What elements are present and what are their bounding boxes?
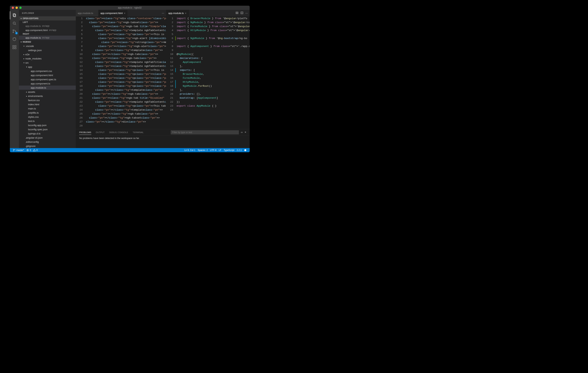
tree-file[interactable]: polyfills.ts [19,111,76,115]
code-line[interactable] [176,40,250,44]
code-line[interactable]: class="pn"><class="tg">ngb-tabsetclass="… [85,21,166,24]
panel-filter-input[interactable] [171,130,239,135]
compare-icon[interactable] [235,11,239,15]
code-line[interactable]: class="pn"><class="tg">div class="contai… [85,16,166,21]
explorer-icon[interactable] [10,11,19,19]
code-line[interactable]: class="pn"><class="tg">ngb-tab title="Si… [85,24,166,28]
code-line[interactable]: import { HttpModule } from class="st">'@… [176,28,250,32]
status-encoding[interactable]: UTF-8 [209,149,218,152]
code-line[interactable]: }) [176,100,250,104]
code-line[interactable]: import { BrowserModule } from '@angular/… [176,16,250,21]
code-line[interactable]: class="pn"><class="tg">template ngbTabTi… [85,60,166,64]
tree-file[interactable]: app.module.ts [19,86,76,90]
code-line[interactable]: class="pn"></class="tg">ngb-tabclass="pn… [85,112,166,116]
debug-icon[interactable] [10,35,19,43]
code-line[interactable]: class="pn"></class="tg">templateclass="p… [85,48,166,52]
close-icon[interactable]: × [124,12,126,15]
tree-folder[interactable]: ▾.vscode [19,44,76,48]
code-line[interactable]: class="pn"><class="tg">template ngbTabCo… [85,28,166,32]
tree-file[interactable]: tsconfig.spec.json [19,127,76,131]
tree-file[interactable]: index.html [19,102,76,106]
code-line[interactable]: class="pn"></class="tg">ngb-tabclass="pn… [85,52,166,56]
tree-file[interactable]: app.component.html [19,73,76,77]
tree-file[interactable]: tsconfig.app.json [19,123,76,127]
tree-file[interactable]: app.component.spec.ts [19,77,76,82]
code-line[interactable]: class="pn"><class="tg">pclass="pn">>clas… [85,84,166,88]
tree-file[interactable]: main.ts [19,106,76,111]
tree-folder[interactable]: ▾app [19,65,76,69]
panel-tab-problems[interactable]: PROBLEMS [79,131,91,135]
split-icon[interactable] [240,11,243,15]
code-line[interactable]: class="pn"></class="tg">divclass="pn">> [85,120,166,124]
editor-tab[interactable]: app.module.ts× [166,10,189,16]
status-branch[interactable]: master* [12,149,25,152]
code-line[interactable]: import { AppComponent } from class="st">… [176,44,250,48]
code-line[interactable]: class="pn"><class="tg">ngb-tabclass="pn"… [85,56,166,60]
code-line[interactable] [176,108,250,112]
tree-file[interactable]: app.component.css [19,69,76,73]
panel-tab-output[interactable]: OUTPUT [96,131,105,134]
code-line[interactable]: ], [176,64,250,68]
code-line[interactable]: class="pn"><class="tg">strongclass="pn">… [85,40,166,44]
close-icon[interactable]: ✕ [245,131,246,134]
tree-file[interactable]: typings.d.ts [19,131,76,135]
collapse-icon[interactable]: ▭ [241,131,243,134]
tree-file[interactable]: test.ts [19,119,76,123]
code-line[interactable]: providers: [], [176,92,250,96]
open-editor-item[interactable]: app.module.tssrc/app [19,24,76,28]
code-line[interactable] [176,32,250,36]
code-line[interactable]: AppComponent [176,60,250,64]
open-editor-item[interactable]: app.component.htmlsrc/app [19,28,76,32]
code-line[interactable]: ], [176,88,250,92]
code-line[interactable]: bootstrap: [AppComponent] [176,96,250,100]
maximize-icon[interactable] [19,7,21,9]
code-line[interactable]: HttpModule, [176,80,250,84]
tree-file[interactable]: favicon.ico [19,98,76,102]
status-errors[interactable]: 0 0 [25,149,39,152]
code-line[interactable]: class="pn"><class="tg">pclass="pn">>clas… [85,72,166,76]
status-language[interactable]: TypeScript [223,149,236,152]
tree-folder[interactable]: ▸assets [19,90,76,94]
code-line[interactable]: class="pn"><class="tg">pclass="pn">>clas… [85,76,166,80]
editor-tab[interactable]: app.module.ts [76,10,98,16]
code-line[interactable]: class="pn"></class="tg">templateclass="p… [85,88,166,92]
status-eol[interactable]: LF [218,149,223,152]
code-line[interactable]: BrowserModule, [176,72,250,76]
code-line[interactable]: imports: [ [176,68,250,72]
editor-tab[interactable]: app.component.html× [98,10,127,16]
code-line[interactable]: class="pn"></class="tg">ngb-tabclass="pn… [85,92,166,96]
code-line[interactable]: export class AppModule { } [176,104,250,108]
tree-folder[interactable]: ▸node_modules [19,56,76,61]
git-icon[interactable]: 5 [10,27,19,35]
open-editor-item[interactable]: app.module.tssrc/app [19,36,76,40]
code-line[interactable]: class="pn"><class="tg">pclass="pn">>This… [85,68,166,72]
open-editors-header[interactable]: ▾ OPEN EDITORS [19,16,76,21]
tree-file[interactable]: .gitignore [19,144,76,148]
code-line[interactable]: class="pn"></class="tg">ngb-alertclass="… [85,44,166,48]
more-icon[interactable]: ⋯ [162,12,164,15]
code-line[interactable] [85,124,166,128]
code-line[interactable]: import { NgbModule } from '@ng-bootstrap… [176,36,250,40]
search-icon[interactable] [10,19,19,27]
project-header[interactable]: ▾ NGBS02 [19,40,76,44]
panel-tab-debug[interactable]: DEBUG CONSOLE [109,131,128,134]
code-line[interactable]: class="pn"><class="tg">pclass="pn">>This… [85,32,166,36]
tree-file[interactable]: settings.json [19,48,76,52]
code-area-left[interactable]: 1234567891011121314151617181920212223242… [76,16,166,129]
extensions-icon[interactable] [10,43,19,51]
code-line[interactable]: class="pn"><class="tg">ngb-tab title="Di… [85,96,166,100]
code-line[interactable]: import { NgModule } from class="st">'@an… [176,21,250,24]
code-line[interactable]: class="pn"></class="tg">ngb-tabsetclass=… [85,116,166,120]
code-line[interactable]: class="pn"><class="tg">ngb-alert [dismis… [85,36,166,40]
feedback-icon[interactable] [243,149,248,152]
code-line[interactable]: import { FormsModule } from class="st">'… [176,24,250,28]
code-line[interactable]: @NgModule({ [176,52,250,56]
code-area-right[interactable]: 123456789101112131415161718192021222324 … [166,16,250,129]
tree-file[interactable]: .angular-cli.json [19,135,76,140]
close-icon[interactable]: × [185,12,186,15]
code-line[interactable]: class="pn"></class="tg">templateclass="p… [85,108,166,112]
code-line[interactable]: declarations: [ [176,56,250,60]
status-position[interactable]: Ln 9, Col 1 [183,149,196,152]
tree-folder[interactable]: ▸e2e [19,52,76,56]
code-line[interactable]: class="pn"><class="tg">template ngbTabCo… [85,100,166,104]
